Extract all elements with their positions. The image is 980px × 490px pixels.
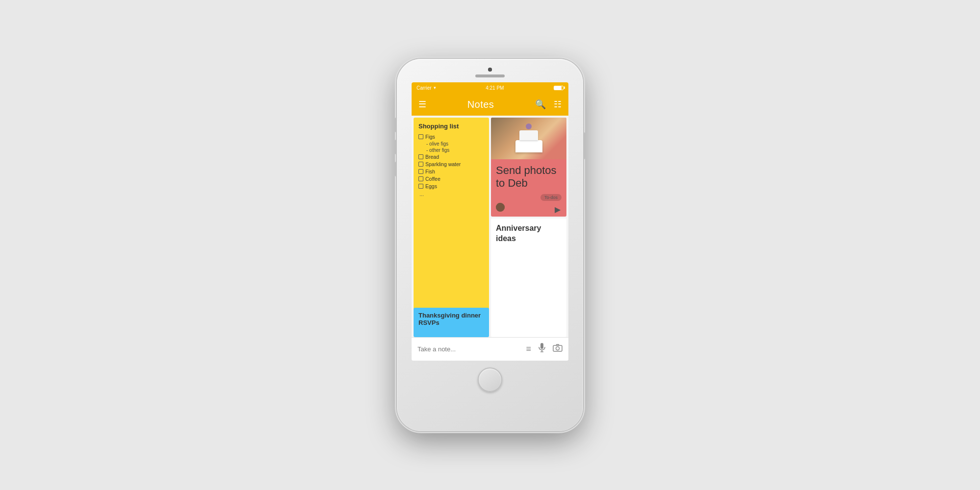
play-icon[interactable]: ▶ — [555, 205, 562, 212]
checkbox[interactable] — [418, 162, 423, 167]
checkbox[interactable] — [418, 176, 423, 181]
speaker — [475, 74, 505, 77]
empty-note — [491, 308, 566, 337]
item-label: Fish — [425, 169, 435, 174]
checkbox[interactable] — [418, 134, 423, 139]
list-item: Fish — [418, 169, 484, 174]
menu-icon[interactable]: ☰ — [418, 99, 426, 110]
send-photos-note[interactable]: Send photos to Deb To-dos — [491, 118, 566, 217]
more-items-dots: ... — [419, 191, 484, 197]
battery-fill — [554, 86, 562, 90]
svg-point-10 — [556, 347, 560, 350]
shopping-list-title: Shopping list — [418, 122, 484, 130]
list-item: Figs — [418, 134, 484, 140]
phone-top — [397, 59, 583, 82]
item-label: Figs — [425, 134, 435, 140]
checkbox[interactable] — [418, 184, 423, 189]
carrier-label: Carrier — [416, 85, 432, 91]
list-item: Bread — [418, 154, 484, 160]
microphone-icon[interactable] — [538, 343, 546, 355]
item-label: Coffee — [425, 176, 441, 182]
status-left: Carrier ▾ — [416, 85, 436, 91]
phone-bottom — [478, 361, 502, 401]
take-note-input[interactable] — [417, 345, 521, 353]
cake-photo — [491, 118, 566, 159]
shopping-list-note[interactable]: Shopping list Figs - olive figs - other … — [414, 118, 489, 335]
send-avatar — [496, 203, 505, 212]
shopping-list-content: Shopping list Figs - olive figs - other … — [418, 122, 484, 197]
content-area: Shopping list Figs - olive figs - other … — [412, 116, 568, 361]
front-camera — [488, 68, 492, 72]
app-bar-icons: 🔍 ☷ — [535, 99, 562, 110]
list-item: Eggs — [418, 183, 484, 189]
todos-right-area: To-dos ▶ — [540, 194, 562, 212]
anniversary-text: Anniversary ideas — [496, 223, 562, 244]
battery-icon — [554, 86, 564, 90]
app-title: Notes — [467, 99, 494, 110]
thanksgiving-text: Thanksgiving dinner RSVPs — [418, 312, 484, 326]
time-label: 4:21 PM — [486, 85, 504, 91]
status-bar: Carrier ▾ 4:21 PM — [412, 82, 568, 93]
camera-icon[interactable] — [553, 344, 563, 354]
svg-point-5 — [496, 203, 505, 212]
wifi-icon: ▾ — [434, 85, 436, 90]
item-label: Bread — [425, 154, 439, 160]
item-label: Sparkling water — [425, 161, 461, 167]
send-photos-footer: To-dos ▶ — [496, 194, 562, 212]
list-item: Sparkling water — [418, 161, 484, 167]
list-item: Coffee — [418, 176, 484, 182]
send-todos-badge: To-dos — [540, 194, 562, 201]
phone-frame: Carrier ▾ 4:21 PM ☰ Notes 🔍 ☷ — [397, 59, 583, 431]
list-icon[interactable]: ≡ — [526, 344, 531, 354]
bottom-bar: ≡ — [412, 337, 568, 361]
sub-item-olive: - olive figs — [426, 141, 484, 147]
home-button[interactable] — [478, 368, 502, 392]
item-label: Eggs — [425, 183, 437, 189]
phone-screen: Carrier ▾ 4:21 PM ☰ Notes 🔍 ☷ — [412, 82, 568, 361]
checkbox[interactable] — [418, 154, 423, 159]
status-right — [554, 86, 564, 90]
sub-item-other: - other figs — [426, 147, 484, 153]
grid-icon[interactable]: ☷ — [554, 99, 562, 110]
bottom-icons: ≡ — [526, 343, 563, 355]
send-photos-text: Send photos to Deb — [496, 164, 562, 190]
search-icon[interactable]: 🔍 — [535, 99, 546, 110]
checkbox[interactable] — [418, 169, 423, 174]
cake-tier-top — [519, 130, 538, 140]
app-bar: ☰ Notes 🔍 ☷ — [412, 93, 568, 116]
shopping-list-items: Figs - olive figs - other figs Bread Spa… — [418, 134, 484, 197]
svg-rect-6 — [540, 343, 543, 349]
notes-grid: Shopping list Figs - olive figs - other … — [412, 116, 568, 337]
bottom-notes-row: Thanksgiving dinner RSVPs — [414, 308, 566, 337]
send-photos-content: Send photos to Deb To-dos — [491, 159, 566, 217]
right-column: Send photos to Deb To-dos — [491, 118, 566, 335]
cake-tier-bottom — [515, 140, 542, 152]
cake-topper — [526, 123, 532, 129]
thanksgiving-note[interactable]: Thanksgiving dinner RSVPs — [414, 308, 489, 337]
